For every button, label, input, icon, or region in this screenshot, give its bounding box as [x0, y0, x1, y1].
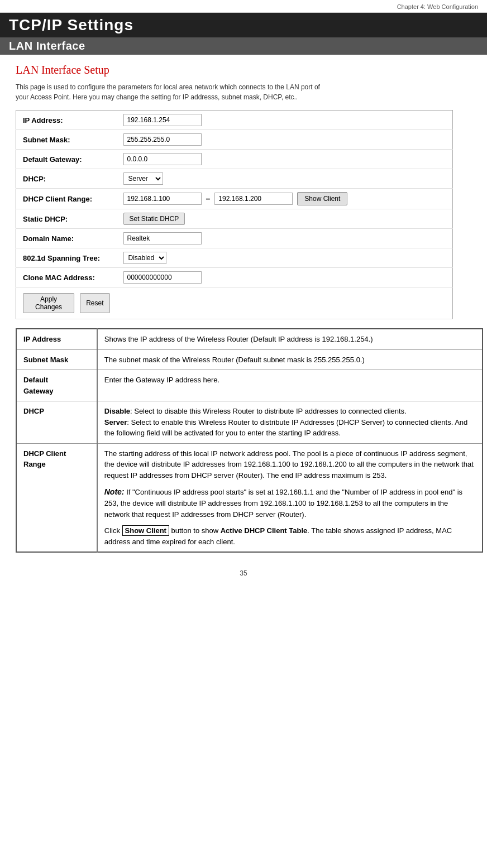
clone-mac-row: Clone MAC Address: — [16, 268, 453, 287]
domain-name-value — [117, 229, 453, 248]
domain-name-row: Domain Name: — [16, 229, 453, 248]
spanning-tree-value: Disabled Enabled — [117, 248, 453, 268]
page-number: 35 — [0, 564, 487, 586]
ip-address-label: IP Address: — [16, 111, 117, 130]
spanning-tree-label: 802.1d Spanning Tree: — [16, 248, 117, 268]
clone-mac-value — [117, 268, 453, 287]
static-dhcp-label: Static DHCP: — [16, 209, 117, 229]
subnet-mask-input[interactable] — [123, 133, 202, 146]
reset-button[interactable]: Reset — [80, 293, 109, 313]
info-desc-dhcp-range: The starting address of this local IP ne… — [97, 443, 483, 552]
spanning-tree-select[interactable]: Disabled Enabled — [123, 252, 166, 264]
info-label-subnet: Subnet Mask — [16, 349, 97, 370]
spanning-tree-row: 802.1d Spanning Tree: Disabled Enabled — [16, 248, 453, 268]
dhcp-select[interactable]: Server Client Disable — [123, 172, 163, 185]
dhcp-select-cell: Server Client Disable — [117, 169, 453, 189]
info-row-ip: IP Address Shows the IP address of the W… — [16, 329, 483, 349]
range-dash: – — [206, 194, 211, 203]
dhcp-range-start-input[interactable] — [123, 193, 202, 205]
ip-address-row: IP Address: — [16, 111, 453, 130]
info-row-dhcp: DHCP Disable: Select to disable this Wir… — [16, 401, 483, 444]
default-gateway-input[interactable] — [123, 153, 202, 165]
dhcp-label: DHCP: — [16, 169, 117, 189]
set-static-dhcp-button[interactable]: Set Static DHCP — [123, 213, 185, 225]
ip-address-value — [117, 111, 453, 130]
dhcp-range-label: DHCP Client Range: — [16, 189, 117, 209]
subnet-mask-label: Subnet Mask: — [16, 130, 117, 150]
info-desc-dhcp: Disable: Select to disable this Wireless… — [97, 401, 483, 444]
page-subtitle: LAN Interface — [0, 37, 487, 55]
info-label-dhcp: DHCP — [16, 401, 97, 444]
info-row-dhcp-range: DHCP ClientRange The starting address of… — [16, 443, 483, 552]
domain-name-input[interactable] — [123, 232, 202, 244]
dhcp-range-row: DHCP Client Range: – Show Client — [16, 189, 453, 209]
default-gateway-label: Default Gateway: — [16, 150, 117, 169]
info-row-subnet: Subnet Mask The subnet mask of the Wirel… — [16, 349, 483, 370]
section-title: LAN Interface Setup — [16, 64, 471, 76]
info-desc-subnet: The subnet mask of the Wireless Router (… — [97, 349, 483, 370]
show-client-button[interactable]: Show Client — [297, 192, 347, 205]
info-table: IP Address Shows the IP address of the W… — [16, 328, 483, 553]
dhcp-range-value: – Show Client — [117, 189, 453, 209]
info-desc-ip: Shows the IP address of the Wireless Rou… — [97, 329, 483, 349]
info-label-gateway: DefaultGateway — [16, 370, 97, 401]
dhcp-range-end-input[interactable] — [214, 193, 293, 205]
dhcp-row: DHCP: Server Client Disable — [16, 169, 453, 189]
subnet-mask-row: Subnet Mask: — [16, 130, 453, 150]
domain-name-label: Domain Name: — [16, 229, 117, 248]
button-row: Apply Changes Reset — [16, 287, 453, 319]
lan-form-table: IP Address: Subnet Mask: Default Gateway… — [16, 110, 453, 319]
ip-address-input[interactable] — [123, 114, 202, 126]
info-label-ip: IP Address — [16, 329, 97, 349]
clone-mac-input[interactable] — [123, 271, 202, 284]
default-gateway-row: Default Gateway: — [16, 150, 453, 169]
static-dhcp-row: Static DHCP: Set Static DHCP — [16, 209, 453, 229]
info-desc-gateway: Enter the Gateway IP address here. — [97, 370, 483, 401]
default-gateway-value — [117, 150, 453, 169]
info-label-dhcp-range: DHCP ClientRange — [16, 443, 97, 552]
description: This page is used to configure the param… — [16, 82, 471, 102]
page-title: TCP/IP Settings — [0, 13, 487, 37]
subnet-mask-value — [117, 130, 453, 150]
clone-mac-label: Clone MAC Address: — [16, 268, 117, 287]
chapter-header: Chapter 4: Web Configuration — [0, 0, 487, 13]
apply-changes-button[interactable]: Apply Changes — [23, 293, 74, 313]
static-dhcp-value: Set Static DHCP — [117, 209, 453, 229]
button-cell: Apply Changes Reset — [16, 287, 117, 319]
info-row-gateway: DefaultGateway Enter the Gateway IP addr… — [16, 370, 483, 401]
show-client-inline: Show Client — [122, 525, 169, 536]
